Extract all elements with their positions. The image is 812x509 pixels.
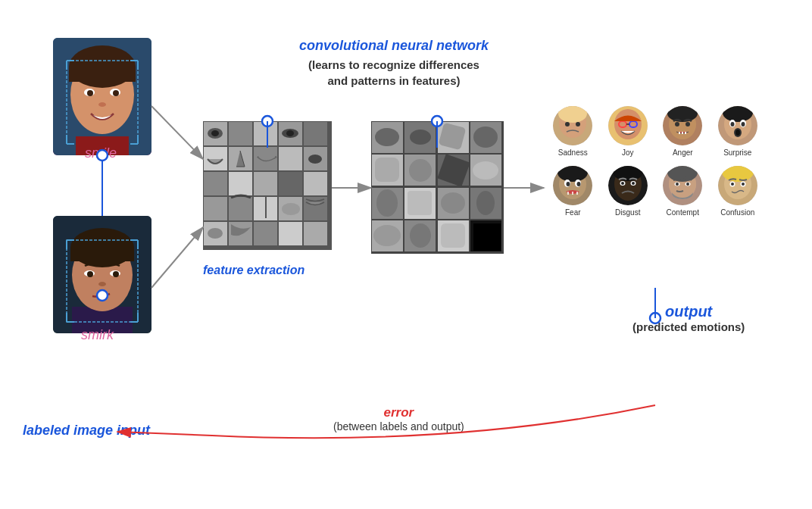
svg-rect-93 [375,158,399,182]
emotion-surprise: Surprise [715,106,760,157]
cnn-title: convolutional neural network [288,38,500,54]
emotion-fear: Fear [550,166,595,217]
svg-point-28 [98,282,106,286]
svg-point-70 [282,203,300,215]
emotion-contempt: Contempt [660,166,705,217]
svg-point-65 [211,130,219,136]
svg-point-109 [576,122,580,126]
svg-point-157 [686,183,689,186]
diagram-container: smile smirk // Will be rendered via canv… [0,0,812,509]
svg-point-138 [577,182,581,186]
svg-point-67 [286,130,294,136]
svg-line-169 [151,227,203,288]
svg-point-89 [375,128,399,146]
svg-rect-63 [304,222,327,245]
svg-point-90 [410,130,431,145]
svg-point-6 [87,90,93,96]
svg-rect-54 [204,197,227,220]
svg-rect-55 [229,197,252,220]
output-section: output (predicted emotions) [632,303,745,333]
svg-point-147 [621,182,624,185]
error-subtitle: (between labels and output) [333,420,464,432]
svg-point-137 [567,182,570,186]
svg-point-119 [686,122,690,126]
output-title: output [632,303,745,320]
svg-rect-40 [229,122,252,145]
emotion-joy-label: Joy [622,148,634,157]
svg-rect-23 [70,248,134,261]
emotion-surprise-circle [718,106,757,145]
svg-rect-44 [204,147,227,170]
emotion-anger-label: Anger [673,148,693,157]
svg-rect-3 [69,67,136,82]
svg-point-7 [113,90,119,96]
emotion-confusion-label: Confusion [720,208,754,217]
svg-point-97 [376,189,398,217]
svg-rect-62 [279,222,302,245]
svg-point-117 [667,106,698,122]
svg-rect-98 [408,191,432,215]
svg-point-27 [113,271,119,277]
svg-rect-103 [441,223,465,248]
feature-extraction-label: feature extraction [203,264,304,277]
emotions-section: Sadness [545,106,765,226]
svg-point-163 [731,183,734,186]
svg-rect-53 [304,172,327,195]
emotion-joy-circle [608,106,648,145]
svg-point-101 [373,225,401,246]
svg-point-108 [565,122,570,126]
error-title: error [333,405,464,420]
svg-rect-43 [304,122,327,145]
svg-point-118 [675,122,679,126]
svg-point-148 [632,182,635,185]
emotion-confusion: Confusion [715,166,760,217]
svg-point-164 [742,183,745,186]
emotion-contempt-label: Contempt [667,208,699,217]
smirk-label: smirk [81,327,114,343]
svg-point-96 [473,161,498,180]
emotions-row-1: Sadness [545,106,765,157]
emotion-sadness-label: Sadness [558,148,588,157]
cnn-subtitle: (learns to recognize differencesand patt… [288,57,500,89]
svg-point-156 [676,183,679,186]
svg-rect-49 [204,172,227,195]
emotions-row-2: Fear [545,166,765,217]
feature-extraction-grid: // Will be rendered via canvas [203,121,332,250]
svg-point-92 [473,126,498,148]
svg-point-102 [410,223,431,248]
emotion-contempt-circle [663,166,702,205]
output-subtitle: (predicted emotions) [632,320,745,333]
labeled-image-input-label: labeled image input [23,423,150,439]
emotion-surprise-label: Surprise [723,148,751,157]
svg-point-100 [476,191,495,215]
svg-point-131 [735,130,740,136]
smile-label: smile [85,145,117,161]
svg-point-68 [308,155,322,164]
svg-line-168 [151,106,203,159]
svg-point-129 [741,122,745,126]
face-smile-image [53,38,151,155]
svg-rect-47 [279,147,302,170]
emotion-disgust-circle [608,166,648,205]
input-section: labeled image input [23,423,150,439]
svg-point-8 [98,102,106,107]
emotion-anger-circle [663,106,702,145]
emotion-sadness: Sadness [550,106,595,157]
error-section: error (between labels and output) [333,405,464,432]
svg-point-71 [208,228,223,239]
svg-rect-52 [279,172,302,195]
emotion-confusion-circle [718,166,757,205]
svg-rect-61 [254,222,277,245]
face-smirk-image [53,216,151,333]
svg-point-99 [441,192,465,214]
svg-rect-58 [304,197,327,220]
svg-point-94 [409,159,432,182]
emotion-disgust-label: Disgust [615,208,640,217]
svg-rect-50 [229,172,252,195]
cnn-output-grid [371,121,504,254]
svg-rect-41 [254,122,277,145]
emotion-joy: Joy [605,106,651,157]
svg-point-26 [87,271,93,277]
svg-rect-51 [254,172,277,195]
cnn-description: convolutional neural network (learns to … [288,38,500,89]
